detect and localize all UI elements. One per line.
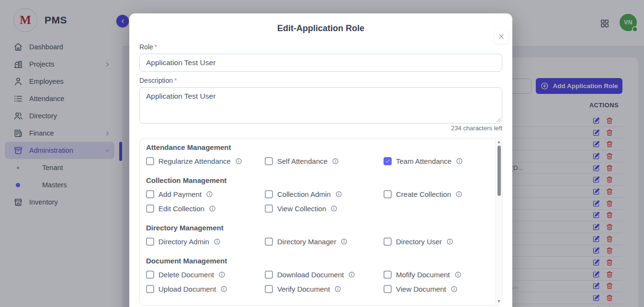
checked-checkbox[interactable]	[384, 157, 392, 165]
scrollbar-thumb[interactable]	[497, 146, 501, 196]
permission-label: Delete Document	[158, 271, 214, 279]
info-icon[interactable]	[446, 238, 453, 245]
permission-label: Add Payment	[158, 190, 202, 198]
permissions-panel: Attendance Management Regularize Attenda…	[139, 138, 502, 306]
permission-verify-document: Verify Document	[265, 284, 384, 294]
permission-label: Regularize Attendance	[158, 157, 231, 165]
checkbox[interactable]	[265, 285, 273, 293]
scroll-up-icon[interactable]	[497, 141, 500, 143]
description-textarea[interactable]: Application Test User	[139, 87, 502, 124]
info-icon[interactable]	[451, 285, 458, 293]
permission-section-collection-management: Collection Management	[146, 176, 492, 185]
permission-grid: Delete Document Download Document Mofify…	[146, 270, 492, 294]
checkbox[interactable]	[384, 190, 392, 198]
checkbox[interactable]	[146, 205, 154, 213]
required-marker: *	[174, 77, 177, 84]
app-root: VN M PMS Dashboard Projects Employees	[0, 0, 644, 307]
info-icon[interactable]	[348, 271, 355, 278]
permission-create-collection: Create Collection	[384, 189, 492, 199]
permissions-list: Attendance Management Regularize Attenda…	[140, 138, 495, 305]
info-icon[interactable]	[220, 285, 227, 293]
permission-grid: Add Payment Collection Admin Create Coll…	[146, 189, 492, 213]
permission-view-collection: View Collection	[265, 204, 384, 213]
permission-regularize-attendance: Regularize Attendance	[146, 156, 265, 166]
permission-grid: Regularize Attendance Self Attendance Te…	[146, 156, 492, 166]
info-icon[interactable]	[218, 271, 226, 278]
permission-edit-collection: Edit Collection	[146, 204, 265, 213]
scroll-down-icon[interactable]	[497, 300, 500, 303]
permission-label: View Collection	[277, 205, 326, 213]
info-icon[interactable]	[454, 271, 462, 278]
info-icon[interactable]	[340, 238, 348, 245]
edit-application-role-modal: Edit-Application Role Role* Description*…	[129, 13, 512, 307]
checkbox[interactable]	[146, 190, 154, 198]
permission-label: Upload Document	[158, 285, 216, 293]
permission-view-document: View Document	[384, 284, 492, 294]
info-icon[interactable]	[332, 158, 339, 165]
permission-label: Mofify Document	[396, 271, 450, 279]
info-icon[interactable]	[209, 205, 216, 212]
permissions-scrollbar[interactable]	[496, 138, 502, 305]
checkbox[interactable]	[384, 238, 392, 246]
checkbox[interactable]	[265, 205, 273, 213]
permission-label: Self Attendance	[277, 157, 328, 165]
permission-label: Collection Admin	[277, 190, 331, 198]
permission-directory-user: Directory User	[384, 237, 492, 246]
permission-collection-admin: Collection Admin	[265, 189, 384, 199]
description-field-label: Description*	[139, 77, 502, 85]
permission-label: Create Collection	[396, 190, 451, 198]
permission-section-directory-management: Directory Management	[146, 224, 492, 232]
permission-label: Verify Document	[277, 285, 330, 293]
permission-add-payment: Add Payment	[146, 189, 265, 199]
modal-title: Edit-Application Role	[139, 23, 502, 34]
permission-label: Download Document	[277, 271, 344, 279]
permission-label: Directory Manager	[277, 238, 336, 246]
permission-label: Team Attendance	[396, 157, 452, 165]
permission-label: Directory User	[396, 238, 442, 246]
permission-section-document-management: Document Management	[146, 257, 492, 265]
permission-section-attendance-management: Attendance Management	[146, 143, 492, 152]
checkbox[interactable]	[265, 157, 273, 165]
permission-directory-manager: Directory Manager	[265, 237, 384, 246]
info-icon[interactable]	[330, 205, 338, 212]
permission-label: View Document	[396, 285, 446, 293]
checkbox[interactable]	[146, 271, 154, 279]
checkbox[interactable]	[146, 238, 154, 246]
required-marker: *	[155, 43, 157, 51]
permission-mofify-document: Mofify Document	[384, 270, 492, 279]
permission-label: Directory Admin	[158, 238, 209, 246]
info-icon[interactable]	[334, 285, 341, 293]
permission-label: Edit Collection	[158, 205, 204, 213]
role-input[interactable]	[139, 54, 502, 72]
close-icon[interactable]	[494, 29, 508, 44]
checkbox[interactable]	[265, 190, 273, 198]
permission-download-document: Download Document	[265, 270, 384, 279]
permission-upload-document: Upload Document	[146, 284, 265, 294]
permission-grid: Directory Admin Directory Manager Direct…	[146, 237, 492, 246]
permission-directory-admin: Directory Admin	[146, 237, 265, 246]
checkbox[interactable]	[265, 238, 273, 246]
checkbox[interactable]	[146, 157, 154, 165]
checkbox[interactable]	[384, 271, 392, 279]
permission-self-attendance: Self Attendance	[265, 156, 384, 166]
characters-left-counter: 234 characters left	[139, 125, 502, 132]
role-field-label: Role*	[139, 43, 502, 51]
resize-grip-icon[interactable]	[497, 118, 501, 122]
info-icon[interactable]	[235, 158, 242, 165]
checkbox[interactable]	[146, 285, 154, 293]
info-icon[interactable]	[456, 158, 463, 165]
info-icon[interactable]	[214, 238, 221, 245]
checkbox[interactable]	[265, 271, 273, 279]
permission-team-attendance: Team Attendance	[384, 156, 492, 166]
checkbox[interactable]	[384, 285, 392, 293]
description-field: Application Test User	[139, 87, 502, 124]
info-icon[interactable]	[455, 191, 463, 198]
info-icon[interactable]	[335, 191, 342, 198]
info-icon[interactable]	[206, 191, 213, 198]
permission-delete-document: Delete Document	[146, 270, 265, 279]
